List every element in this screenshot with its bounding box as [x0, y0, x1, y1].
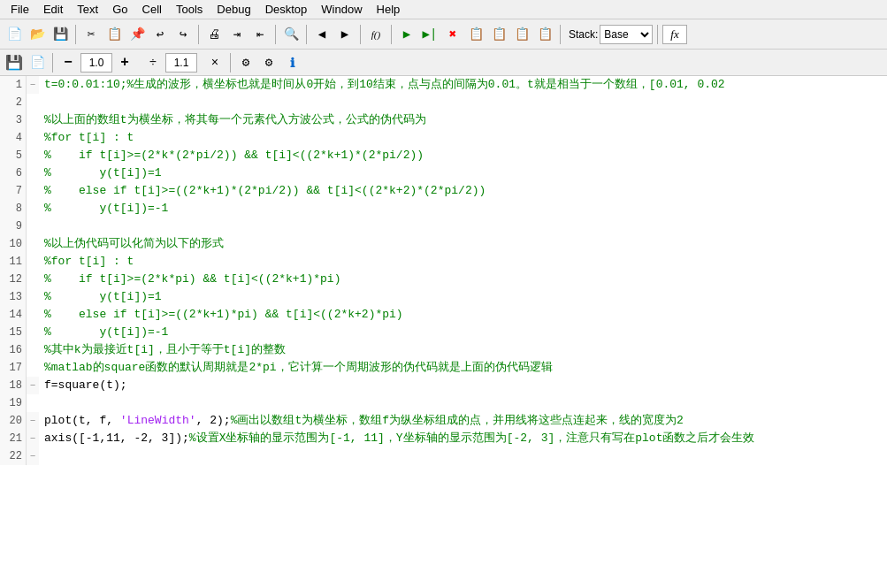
- code-line-15[interactable]: 15% y(t[i])=-1: [0, 324, 887, 341]
- line-number: 18: [0, 377, 27, 394]
- divide-icon: ÷: [142, 52, 164, 73]
- code-line-21[interactable]: 21–axis([-1,11, -2, 3]);%设置X坐标轴的显示范围为[-1…: [0, 430, 887, 447]
- zoom2-value-input[interactable]: [165, 53, 197, 73]
- new-file-button[interactable]: 📄: [4, 24, 25, 45]
- code-line-8[interactable]: 8% y(t[i])=-1: [0, 200, 887, 218]
- fx-button[interactable]: fx: [662, 25, 686, 44]
- code-line-14[interactable]: 14% else if t[i]>=((2*k+1)*pi) && t[i]<(…: [0, 306, 887, 324]
- line-dash: –: [27, 412, 39, 430]
- line-content[interactable]: % else if t[i]>=((2*k+1)*pi) && t[i]<((2…: [39, 306, 887, 324]
- publish-button[interactable]: 📄: [27, 52, 48, 73]
- line-content[interactable]: %for t[i] : t: [39, 253, 887, 271]
- line-number: 15: [0, 324, 27, 341]
- menu-go[interactable]: Go: [105, 1, 134, 18]
- print-button[interactable]: 🖨: [203, 24, 225, 45]
- line-content[interactable]: %其中k为最接近t[i]，且小于等于t[i]的整数: [39, 341, 887, 359]
- indent-button[interactable]: ⇥: [226, 24, 248, 45]
- forward-button[interactable]: ▶: [334, 24, 356, 45]
- debug4-button[interactable]: 📋: [534, 24, 555, 45]
- code-line-10[interactable]: 10%以上伪代码可以化简为以下的形式: [0, 235, 887, 253]
- line-content[interactable]: f=square(t);: [39, 377, 887, 394]
- line-number: 9: [0, 218, 27, 235]
- code-line-12[interactable]: 12% if t[i]>=(2*k*pi) && t[i]<((2*k+1)*p…: [0, 271, 887, 288]
- zoom-value-input[interactable]: [80, 53, 112, 73]
- menu-file[interactable]: File: [4, 1, 36, 18]
- line-dash: –: [27, 76, 39, 94]
- code-line-2[interactable]: 2: [0, 94, 887, 111]
- code-line-17[interactable]: 17%matlab的square函数的默认周期就是2*pi，它计算一个周期波形的…: [0, 359, 887, 377]
- menu-cell[interactable]: Cell: [135, 1, 169, 18]
- paste-button[interactable]: 📌: [126, 24, 148, 45]
- menu-debug[interactable]: Debug: [210, 1, 257, 18]
- line-number: 8: [0, 200, 27, 218]
- code-line-13[interactable]: 13% y(t[i])=1: [0, 288, 887, 306]
- line-content[interactable]: %for t[i] : t: [39, 129, 887, 147]
- code-line-19[interactable]: 19: [0, 394, 887, 412]
- copy-button[interactable]: 📋: [103, 24, 125, 45]
- indent2-button[interactable]: ⇤: [249, 24, 271, 45]
- code-line-5[interactable]: 5% if t[i]>=(2*k*(2*pi/2)) && t[i]<((2*k…: [0, 147, 887, 164]
- close-zoom-button[interactable]: ×: [204, 52, 226, 73]
- tools2-button[interactable]: ⚙: [258, 52, 279, 73]
- code-line-3[interactable]: 3%以上面的数组t为横坐标，将其每一个元素代入方波公式，公式的伪代码为: [0, 111, 887, 129]
- line-number: 22: [0, 447, 27, 465]
- debug1-button[interactable]: 📋: [465, 24, 486, 45]
- stack-label: Stack:: [569, 28, 598, 41]
- menu-desktop[interactable]: Desktop: [258, 1, 315, 18]
- save-file-button[interactable]: 💾: [50, 24, 71, 45]
- menu-help[interactable]: Help: [370, 1, 408, 18]
- line-dash: –: [27, 447, 39, 465]
- debug3-button[interactable]: 📋: [511, 24, 532, 45]
- line-content[interactable]: % y(t[i])=-1: [39, 200, 887, 218]
- line-content[interactable]: % y(t[i])=-1: [39, 324, 887, 341]
- line-content[interactable]: % else if t[i]>=((2*k+1)*(2*pi/2)) && t[…: [39, 182, 887, 200]
- code-line-9[interactable]: 9: [0, 218, 887, 235]
- run-button[interactable]: ▶: [396, 24, 417, 45]
- redo-button[interactable]: ↪: [172, 24, 194, 45]
- zoom-minus-button[interactable]: −: [57, 52, 79, 73]
- tools1-button[interactable]: ⚙: [235, 52, 256, 73]
- line-number: 3: [0, 111, 27, 129]
- line-number: 5: [0, 147, 27, 164]
- line-content[interactable]: % y(t[i])=1: [39, 164, 887, 182]
- cut-button[interactable]: ✂: [80, 24, 102, 45]
- menu-tools[interactable]: Tools: [169, 1, 210, 18]
- stop-button[interactable]: ✖: [442, 24, 463, 45]
- code-line-20[interactable]: 20–plot(t, f, 'LineWidth', 2);%画出以数组t为横坐…: [0, 412, 887, 430]
- line-number: 17: [0, 359, 27, 377]
- line-number: 13: [0, 288, 27, 306]
- run-section-button[interactable]: ▶|: [419, 24, 440, 45]
- line-content[interactable]: % if t[i]>=(2*k*(2*pi/2)) && t[i]<((2*k+…: [39, 147, 887, 164]
- menu-edit[interactable]: Edit: [36, 1, 70, 18]
- fx-small-button[interactable]: f(): [365, 24, 386, 45]
- code-line-18[interactable]: 18–f=square(t);: [0, 377, 887, 394]
- menu-text[interactable]: Text: [70, 1, 105, 18]
- line-content[interactable]: %以上伪代码可以化简为以下的形式: [39, 235, 887, 253]
- code-line-16[interactable]: 16%其中k为最接近t[i]，且小于等于t[i]的整数: [0, 341, 887, 359]
- code-line-7[interactable]: 7% else if t[i]>=((2*k+1)*(2*pi/2)) && t…: [0, 182, 887, 200]
- info-button[interactable]: ℹ: [281, 52, 302, 73]
- code-editor[interactable]: 1–t=0:0.01:10;%生成的波形，横坐标也就是时间从0开始，到10结束，…: [0, 76, 887, 588]
- search-button[interactable]: 🔍: [280, 24, 302, 45]
- line-content[interactable]: %matlab的square函数的默认周期就是2*pi，它计算一个周期波形的伪代…: [39, 359, 887, 377]
- code-line-6[interactable]: 6% y(t[i])=1: [0, 164, 887, 182]
- line-number: 11: [0, 253, 27, 271]
- code-line-22[interactable]: 22–: [0, 447, 887, 465]
- menu-window[interactable]: Window: [314, 1, 369, 18]
- line-content[interactable]: axis([-1,11, -2, 3]);%设置X坐标轴的显示范围为[-1, 1…: [39, 430, 887, 447]
- code-line-11[interactable]: 11%for t[i] : t: [0, 253, 887, 271]
- save-small-button[interactable]: 💾: [4, 52, 25, 73]
- stack-select[interactable]: Base: [600, 25, 653, 44]
- line-content[interactable]: t=0:0.01:10;%生成的波形，横坐标也就是时间从0开始，到10结束，点与…: [39, 76, 887, 94]
- debug2-button[interactable]: 📋: [488, 24, 509, 45]
- zoom-plus-button[interactable]: +: [114, 52, 135, 73]
- open-file-button[interactable]: 📂: [27, 24, 48, 45]
- line-content[interactable]: plot(t, f, 'LineWidth', 2);%画出以数组t为横坐标，数…: [39, 412, 887, 430]
- line-content[interactable]: % if t[i]>=(2*k*pi) && t[i]<((2*k+1)*pi): [39, 271, 887, 288]
- undo-button[interactable]: ↩: [149, 24, 171, 45]
- line-content[interactable]: % y(t[i])=1: [39, 288, 887, 306]
- code-line-1[interactable]: 1–t=0:0.01:10;%生成的波形，横坐标也就是时间从0开始，到10结束，…: [0, 76, 887, 94]
- back-button[interactable]: ◀: [311, 24, 333, 45]
- code-line-4[interactable]: 4%for t[i] : t: [0, 129, 887, 147]
- line-content[interactable]: %以上面的数组t为横坐标，将其每一个元素代入方波公式，公式的伪代码为: [39, 111, 887, 129]
